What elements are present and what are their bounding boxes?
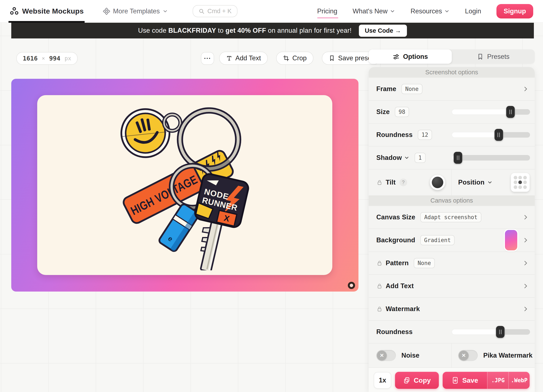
canvas-size-label: Canvas Size — [376, 213, 415, 221]
nav-link-login[interactable]: Login — [465, 7, 481, 15]
chevron-right-icon — [522, 283, 529, 289]
promo-text-post: on annual plan for first year! — [266, 27, 351, 34]
roundness-slider[interactable] — [452, 132, 530, 138]
shadow-slider-handle[interactable] — [454, 152, 462, 164]
size-slider-handle[interactable] — [506, 106, 515, 118]
search-icon — [198, 8, 204, 14]
shadow-value-badge[interactable]: 1 — [415, 153, 426, 163]
save-button[interactable]: Save — [443, 372, 487, 389]
pika-watermark-cell: ✕ Pika Watermark — [452, 344, 535, 367]
background-row[interactable]: Background Gradient — [369, 228, 535, 251]
background-gradient-swatch[interactable] — [505, 230, 517, 250]
more-templates-menu[interactable]: More Templates — [102, 7, 168, 15]
pattern-value-badge[interactable]: None — [414, 258, 435, 268]
tab-options-label: Options — [403, 53, 428, 61]
scale-button[interactable]: 1x — [374, 372, 391, 389]
chevron-down-icon — [390, 9, 395, 14]
lock-icon — [376, 179, 383, 186]
use-code-button[interactable]: Use Code → — [359, 25, 407, 37]
search-shortcut-label: Cmd + K — [208, 8, 232, 15]
canvas-dimensions-input[interactable]: 1616 × 994 px — [16, 52, 78, 65]
pricing-label: Pricing — [317, 7, 337, 15]
promo-offer: get 40% OFF — [225, 27, 266, 34]
tab-presets[interactable]: Presets — [452, 50, 535, 64]
options-panel: Screenshot options Frame None Size 98 — [369, 67, 535, 392]
canvas-roundness-slider-handle[interactable] — [496, 326, 504, 338]
canvas-size-value-badge[interactable]: Adapt screenshot — [420, 212, 481, 222]
save-label: Save — [462, 376, 478, 384]
download-icon — [452, 377, 459, 384]
tab-options[interactable]: Options — [369, 50, 452, 64]
save-button-group: Save .JPG .WebP — [443, 372, 530, 389]
shadow-row: Shadow 1 — [369, 146, 535, 169]
canvas-toolbar: Add Text Crop Save preset — [219, 52, 380, 65]
nav-link-resources[interactable]: Resources — [411, 7, 450, 15]
brand-home-link[interactable]: Website Mockups — [10, 0, 84, 22]
artboard-canvas[interactable]: HIGH VOLTAGE — [11, 79, 358, 292]
frame-value-badge[interactable]: None — [402, 84, 422, 94]
position-grid-pad[interactable] — [511, 173, 530, 192]
add-text-row[interactable]: Add Text — [369, 274, 535, 297]
nav-link-whats-new[interactable]: What's New — [353, 7, 395, 15]
save-preset-label: Save preset — [338, 54, 373, 62]
pika-watermark-label: Pika Watermark — [483, 352, 532, 359]
dimension-separator: × — [42, 55, 45, 61]
roundness-slider-handle[interactable] — [495, 129, 503, 141]
size-value-badge[interactable]: 98 — [395, 107, 409, 117]
lock-icon — [376, 260, 383, 266]
add-text-label: Add Text — [235, 54, 261, 62]
noise-toggle[interactable]: ✕ — [376, 350, 396, 361]
save-webp-button[interactable]: .WebP — [508, 372, 530, 389]
background-label: Background — [376, 236, 415, 244]
crop-label: Crop — [292, 54, 307, 62]
frame-row[interactable]: Frame None — [369, 77, 535, 100]
shadow-slider-track[interactable] — [452, 155, 530, 160]
canvas-size-row[interactable]: Canvas Size Adapt screenshot — [369, 205, 535, 228]
signup-button[interactable]: Signup — [497, 4, 533, 18]
tilt-knob[interactable] — [430, 175, 445, 190]
pika-watermark-toggle[interactable]: ✕ — [458, 350, 478, 361]
lock-icon — [376, 306, 383, 312]
canvas-roundness-slider-track[interactable] — [452, 329, 530, 335]
size-slider[interactable] — [452, 109, 530, 115]
top-nav: Website Mockups More Templates Cmd + K P… — [0, 0, 543, 23]
more-options-button[interactable]: ··· — [201, 52, 214, 65]
shadow-slider[interactable] — [452, 155, 530, 160]
chevron-down-icon — [444, 9, 450, 14]
tilt-help-badge[interactable]: ? — [400, 179, 407, 186]
chevron-right-icon — [522, 214, 529, 221]
templates-diamonds-icon — [102, 7, 111, 15]
promo-code: BLACKFRIDAY — [168, 27, 216, 34]
active-tab-indicator — [9, 21, 85, 23]
height-value[interactable]: 994 — [49, 55, 60, 62]
roundness-slider-track[interactable] — [452, 132, 530, 138]
size-slider-fill — [452, 109, 510, 115]
chevron-down-icon[interactable] — [404, 155, 409, 160]
width-value[interactable]: 1616 — [23, 55, 38, 62]
pika-toggle-cell: ✕ Pika Watermark — [458, 350, 532, 361]
chevron-down-icon[interactable] — [487, 180, 493, 185]
watermark-row[interactable]: Watermark — [369, 297, 535, 320]
canvas-roundness-row: Roundness — [369, 320, 535, 343]
roundness-value-badge[interactable]: 12 — [418, 130, 432, 140]
command-search-button[interactable]: Cmd + K — [193, 5, 238, 17]
canvas-resize-handle[interactable] — [348, 282, 355, 289]
tilt-label: Tilt — [386, 179, 396, 186]
canvas-roundness-slider[interactable] — [452, 329, 530, 335]
size-slider-track[interactable] — [452, 109, 530, 115]
nav-link-pricing[interactable]: Pricing — [317, 7, 337, 15]
chevron-right-icon — [522, 86, 529, 92]
export-actions-bar: 1x Copy Save — [369, 367, 535, 392]
add-text-button[interactable]: Add Text — [219, 52, 268, 65]
background-value-badge[interactable]: Gradient — [420, 235, 455, 245]
copy-button[interactable]: Copy — [395, 372, 439, 389]
promo-text-mid: to — [216, 27, 225, 34]
save-jpg-button[interactable]: .JPG — [487, 372, 508, 389]
toggle-off-x-icon: ✕ — [377, 351, 387, 360]
size-label: Size — [376, 108, 390, 116]
pattern-row[interactable]: Pattern None — [369, 251, 535, 274]
unit-label: px — [65, 55, 71, 61]
sidebar-tabbar: Options Presets — [369, 50, 535, 64]
position-label: Position — [458, 179, 485, 186]
crop-button[interactable]: Crop — [276, 52, 313, 65]
